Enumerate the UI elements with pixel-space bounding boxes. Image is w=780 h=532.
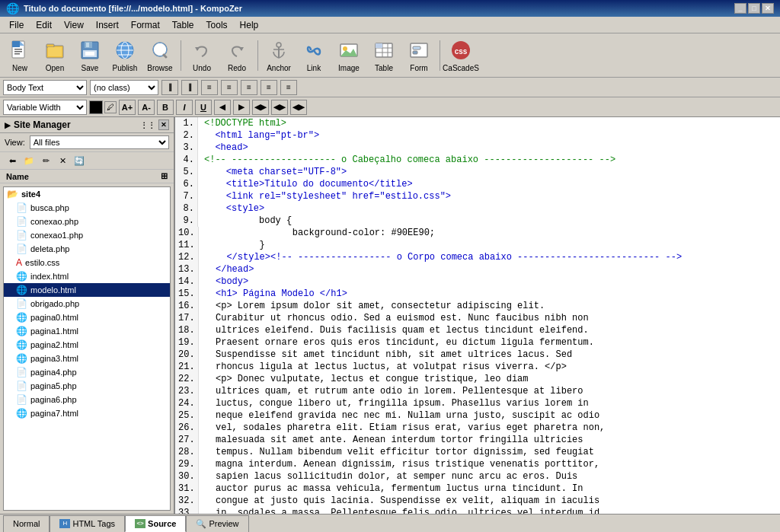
tab-source[interactable]: <>Source <box>125 515 186 532</box>
cascades-label: CaScadeS <box>443 64 479 72</box>
list-item[interactable]: 📄 pagina6.php <box>4 393 170 406</box>
sm-delete-btn[interactable]: ✕ <box>55 154 70 167</box>
image-label: Image <box>338 64 360 72</box>
menu-view[interactable]: View <box>58 17 90 33</box>
code-line: 3. <head> <box>175 142 780 154</box>
menu-format[interactable]: Format <box>125 17 166 33</box>
svg-point-24 <box>277 43 281 47</box>
tab-normal[interactable]: Normal <box>3 515 50 532</box>
font-select[interactable]: Variable Width Fixed Width <box>3 100 87 115</box>
file-name: pagina5.php <box>30 381 77 390</box>
list-item[interactable]: 📄 conexao1.php <box>4 228 170 242</box>
sm-refresh-btn[interactable]: 🔄 <box>72 154 87 167</box>
list-item[interactable]: 🌐 modelo.html <box>4 283 170 297</box>
publish-button[interactable]: Publish <box>108 37 142 75</box>
open-icon <box>43 38 67 62</box>
menu-tools[interactable]: Tools <box>200 17 234 33</box>
list-item[interactable]: 🌐 pagina0.html <box>4 311 170 324</box>
svg-rect-13 <box>85 52 94 56</box>
underline-btn[interactable]: U <box>195 100 212 115</box>
list-item[interactable]: 🌐 pagina3.html <box>4 352 170 365</box>
style-select[interactable]: Body Text Heading 1 Heading 2 Paragraph <box>3 80 87 95</box>
font-larger-btn[interactable]: A+ <box>119 100 136 115</box>
file-name: modelo.html <box>30 285 76 295</box>
tree-root[interactable]: 📂 site4 <box>4 187 170 201</box>
link-button[interactable]: Link <box>297 37 331 75</box>
open-button[interactable]: Open <box>38 37 72 75</box>
window-controls[interactable]: _ □ ✕ <box>734 3 774 14</box>
html-file-icon: 🌐 <box>16 326 27 336</box>
tab-preview[interactable]: 🔍Preview <box>186 515 248 532</box>
tab-html-tags[interactable]: HHTML Tags <box>50 515 125 532</box>
bold-btn[interactable]: B <box>157 100 174 115</box>
anchor-button[interactable]: Anchor <box>262 37 296 75</box>
block-btn[interactable]: ◀▶ <box>290 100 307 115</box>
file-name: busca.php <box>30 203 69 212</box>
indent-btn-2[interactable]: ≡ <box>221 80 238 95</box>
browse-button[interactable]: Browse <box>143 37 177 75</box>
form-button[interactable]: Form <box>402 37 436 75</box>
list-item[interactable]: 🌐 pagina1.html <box>4 324 170 338</box>
sm-edit-btn[interactable]: ✏ <box>38 154 53 167</box>
menu-file[interactable]: File <box>3 17 30 33</box>
list-item[interactable]: 🌐 pagina2.html <box>4 338 170 352</box>
file-name: obrigado.php <box>30 299 79 308</box>
menu-edit[interactable]: Edit <box>30 17 58 33</box>
indent-btn-4[interactable]: ≡ <box>261 80 277 95</box>
list-item[interactable]: 📄 pagina4.php <box>4 365 170 379</box>
list-item[interactable]: 📄 busca.php <box>4 201 170 215</box>
list-item[interactable]: 🌐 pagina7.html <box>4 406 170 420</box>
indent-btn-1[interactable]: ≡ <box>201 80 218 95</box>
file-tree: 📂 site4 📄 busca.php 📄 conexao.php 📄 cone… <box>3 186 171 511</box>
svg-rect-1 <box>12 41 20 47</box>
list-btn-1[interactable]: ‖ <box>161 80 178 95</box>
cascades-button[interactable]: css CaScadeS <box>444 37 478 75</box>
name-col-expand-btn[interactable]: ⊞ <box>161 171 168 181</box>
list-item[interactable]: 📄 pagina5.php <box>4 379 170 393</box>
align-justify-btn[interactable]: ◀▶ <box>271 100 288 115</box>
close-button[interactable]: ✕ <box>762 3 774 14</box>
site-manager-menu-btn[interactable]: ⋮⋮ <box>140 121 155 129</box>
list-item[interactable]: 📄 obrigado.php <box>4 297 170 311</box>
file-name: deleta.php <box>30 244 69 253</box>
align-center-btn[interactable]: ▶ <box>233 100 250 115</box>
sm-back-btn[interactable]: ⬅ <box>5 154 20 167</box>
italic-btn[interactable]: I <box>176 100 193 115</box>
class-select[interactable]: (no class) <box>90 80 158 95</box>
align-right-btn[interactable]: ◀▶ <box>252 100 269 115</box>
save-button[interactable]: Save <box>73 37 107 75</box>
svg-text:css: css <box>455 47 468 56</box>
minimize-button[interactable]: _ <box>734 3 746 14</box>
undo-button[interactable]: Undo <box>185 37 219 75</box>
list-item[interactable]: 📄 deleta.php <box>4 242 170 256</box>
site-manager-title: Site Manager <box>14 119 71 130</box>
color-swatch[interactable] <box>89 100 103 114</box>
new-button[interactable]: New <box>3 37 37 75</box>
list-btn-2[interactable]: ‖ <box>181 80 198 95</box>
menu-insert[interactable]: Insert <box>90 17 125 33</box>
code-line: 8. <style> <box>175 202 780 215</box>
indent-btn-5[interactable]: ≡ <box>280 80 297 95</box>
site-manager-tools: ⬅ 📁 ✏ ✕ 🔄 <box>0 152 174 170</box>
site-manager-close-btn[interactable]: ✕ <box>158 119 169 130</box>
menu-table[interactable]: Table <box>166 17 200 33</box>
list-item[interactable]: 📄 conexao.php <box>4 215 170 228</box>
color-picker-btn[interactable]: 🖊 <box>104 101 117 113</box>
list-item[interactable]: A estilo.css <box>4 256 170 269</box>
redo-button[interactable]: Redo <box>220 37 254 75</box>
font-smaller-btn[interactable]: A- <box>138 100 155 115</box>
table-button[interactable]: Table <box>367 37 401 75</box>
save-label: Save <box>82 64 99 72</box>
list-item[interactable]: 🌐 index.html <box>4 269 170 283</box>
code-line: 20. Suspendisse sit amet tincidunt nibh,… <box>175 349 780 361</box>
cascades-icon: css <box>449 38 473 62</box>
indent-btn-3[interactable]: ≡ <box>241 80 257 95</box>
sm-folder-btn[interactable]: 📁 <box>21 154 37 167</box>
maximize-button[interactable]: □ <box>748 3 760 14</box>
menu-help[interactable]: Help <box>234 17 265 33</box>
view-select[interactable]: All files Site files <box>30 135 169 149</box>
php-file-icon: 📄 <box>16 216 27 227</box>
image-button[interactable]: Image <box>332 37 366 75</box>
code-editor[interactable]: 1. <!DOCTYPE html> 2. <html lang="pt-br"… <box>175 117 780 514</box>
align-left-btn[interactable]: ◀ <box>214 100 231 115</box>
